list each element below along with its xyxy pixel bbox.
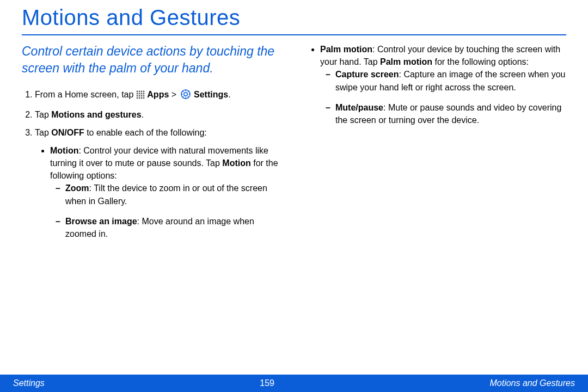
svg-point-12: [136, 97, 138, 99]
svg-point-1: [138, 91, 140, 93]
browse-bold: Browse an image: [65, 217, 137, 226]
svg-line-23: [188, 96, 189, 97]
svg-point-10: [140, 95, 142, 97]
svg-point-11: [143, 95, 144, 97]
step-2-text: Tap: [35, 110, 51, 119]
step-3-a: Tap: [35, 128, 51, 137]
onoff-label: ON/OFF: [51, 128, 84, 137]
svg-point-4: [136, 93, 138, 95]
svg-point-17: [183, 93, 187, 96]
zoom-bold: Zoom: [65, 183, 89, 193]
mute-option: Mute/pause: Mute or pause sounds and vid…: [326, 101, 566, 126]
motion-option: Motion: Control your device with natural…: [50, 144, 283, 240]
svg-point-8: [136, 95, 138, 97]
svg-point-15: [143, 97, 144, 99]
content-columns: Control certain device actions by touchi…: [22, 43, 566, 248]
title-rule: [22, 34, 566, 35]
step-3: Tap ON/OFF to enable each of the followi…: [35, 127, 283, 240]
palm-suboptions: Capture screen: Capture an image of the …: [320, 68, 566, 126]
footer-left: Settings: [13, 378, 45, 388]
svg-line-24: [188, 91, 189, 92]
capture-option: Capture screen: Capture an image of the …: [326, 68, 566, 93]
step-2: Tap Motions and gestures.: [35, 109, 283, 121]
step-3-c: to enable each of the following:: [84, 128, 207, 137]
options-list: Motion: Control your device with natural…: [35, 144, 283, 240]
svg-point-9: [138, 95, 140, 97]
svg-point-3: [143, 91, 144, 93]
left-column: Control certain device actions by touchi…: [22, 43, 283, 248]
settings-gear-icon: [181, 89, 191, 102]
settings-label: Settings: [194, 90, 228, 99]
apps-grid-icon: [136, 90, 145, 102]
mute-bold: Mute/pause: [335, 103, 383, 112]
footer-right: Motions and Gestures: [489, 378, 575, 388]
right-column: Palm motion: Control your device by touc…: [305, 43, 566, 248]
step-1-text: From a Home screen, tap: [35, 90, 136, 99]
steps-list: From a Home screen, tap Apps >: [22, 89, 283, 240]
zoom-option: Zoom: Tilt the device to zoom in or out …: [56, 182, 283, 207]
options-list-right: Palm motion: Control your device by touc…: [305, 43, 566, 126]
palm-motion-option: Palm motion: Control your device by touc…: [320, 43, 566, 126]
intro-text: Control certain device actions by touchi…: [22, 43, 283, 77]
manual-page: Motions and Gestures Control certain dev…: [0, 0, 588, 392]
motion-tap-bold: Motion: [222, 158, 250, 168]
svg-point-5: [138, 93, 140, 95]
step-2-end: .: [142, 110, 144, 119]
palm-bold: Palm motion: [320, 45, 372, 54]
page-footer: Settings 159 Motions and Gestures: [0, 375, 588, 392]
svg-point-7: [143, 93, 144, 95]
footer-page-number: 159: [260, 378, 274, 388]
svg-point-14: [140, 97, 142, 99]
motion-bold: Motion: [50, 146, 78, 155]
svg-line-22: [182, 91, 183, 92]
svg-point-0: [136, 91, 138, 93]
palm-tap-bold: Palm motion: [380, 57, 432, 66]
svg-point-6: [140, 93, 142, 95]
svg-line-25: [182, 96, 183, 97]
page-title: Motions and Gestures: [22, 0, 566, 34]
breadcrumb-sep: >: [171, 90, 179, 99]
step-1: From a Home screen, tap Apps >: [35, 89, 283, 102]
motion-suboptions: Zoom: Tilt the device to zoom in or out …: [50, 182, 283, 240]
capture-bold: Capture screen: [335, 70, 399, 79]
svg-point-2: [140, 91, 142, 93]
apps-label: Apps: [147, 90, 169, 99]
svg-point-13: [138, 97, 140, 99]
browse-option: Browse an image: Move around an image wh…: [56, 215, 283, 240]
step-1-end: .: [228, 90, 230, 99]
palm-tap-rest: for the following options:: [432, 57, 529, 66]
zoom-text: : Tilt the device to zoom in or out of t…: [65, 183, 267, 205]
motions-gestures-label: Motions and gestures: [51, 110, 141, 119]
